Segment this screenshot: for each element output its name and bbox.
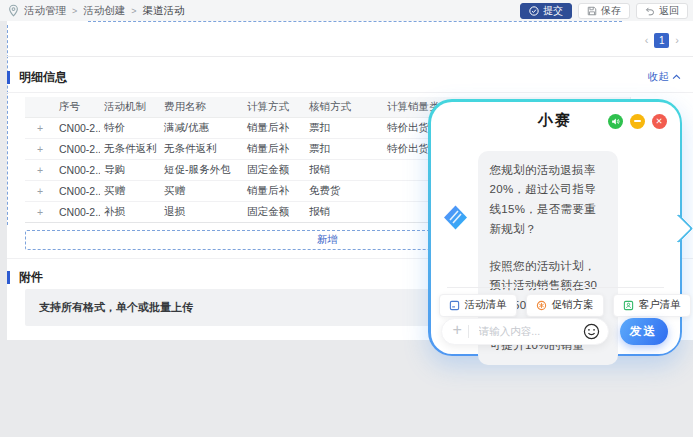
cell-writeoff: 免费货 [305,181,383,202]
quick-action-label: 促销方案 [552,298,594,312]
cell-writeoff: 票扣 [305,139,383,160]
row-expand-button[interactable]: + [25,118,55,139]
attach-plus-button[interactable]: + [453,321,462,339]
drop-indicator-line-left [7,25,8,225]
cell-expense: 买赠 [160,181,243,202]
cell-calc: 销量后补 [243,181,305,202]
speaker-icon [611,117,620,126]
minus-icon [634,120,641,122]
toolbar-actions: 提交 保存 返回 [520,3,688,19]
breadcrumb-item-activity-mgmt[interactable]: 活动管理 [24,4,66,18]
promo-badge-icon [536,300,547,311]
cell-mechanism: 买赠 [100,181,160,202]
collapse-label: 收起 [648,70,669,84]
row-expand-button[interactable]: + [25,139,55,160]
voice-button[interactable] [608,114,623,129]
minimize-button[interactable] [630,114,645,129]
quick-action-label: 客户清单 [639,298,681,312]
breadcrumb-separator: > [131,6,136,16]
submit-button[interactable]: 提交 [520,3,572,19]
attachment-section-title: 附件 [19,269,43,286]
col-header-calc: 计算方式 [243,97,305,118]
save-label: 保存 [601,4,621,18]
breadcrumb-item-channel-activity[interactable]: 渠道活动 [143,4,185,18]
quick-action-customer-list[interactable]: 客户清单 [613,294,691,317]
cell-calc: 销量后补 [243,139,305,160]
submit-label: 提交 [543,4,563,18]
prev-page-button[interactable]: ‹ [645,33,649,48]
row-expand-button[interactable]: + [25,202,55,223]
cell-seq: CN00-2... [55,202,100,223]
back-button[interactable]: 返回 [636,3,688,19]
window-controls: ✕ [608,114,667,129]
back-label: 返回 [659,4,679,18]
col-header-seq: 序号 [55,97,100,118]
breadcrumb: 活动管理 > 活动创建 > 渠道活动 [24,4,185,18]
breadcrumb-separator: > [72,6,77,16]
cell-expense: 无条件返利 [160,139,243,160]
cell-writeoff: 报销 [305,160,383,181]
close-icon: ✕ [655,117,662,126]
location-pin-icon [8,4,19,17]
assistant-header: 小赛 ✕ [431,102,680,140]
current-page-button[interactable]: 1 [654,33,669,48]
quick-actions: 活动清单 促销方案 客户清单 [439,294,691,317]
row-expand-button[interactable]: + [25,160,55,181]
section-accent-bar [7,271,10,284]
send-button[interactable]: 发送 [620,318,668,345]
col-header-writeoff: 核销方式 [305,97,383,118]
cell-expense: 退损 [160,202,243,223]
close-button[interactable]: ✕ [652,114,667,129]
cell-writeoff: 票扣 [305,118,383,139]
chevron-up-icon [672,74,681,80]
check-circle-icon [529,6,539,16]
cell-calc: 销量后补 [243,118,305,139]
cell-seq: CN00-2... [55,160,100,181]
cell-expense: 满减/优惠 [160,118,243,139]
cell-calc: 固定金额 [243,160,305,181]
breadcrumb-item-activity-create[interactable]: 活动创建 [83,4,125,18]
assistant-panel-body: 小赛 ✕ 您规划的活动退损 [431,102,680,354]
save-icon [587,6,597,16]
divider [447,287,664,288]
assistant-message-1: 您规划的活动退损率20%，超过公司指导线15%，是否需要重新规划？ [490,161,606,240]
customer-icon [623,300,634,311]
input-divider [468,325,469,338]
cell-mechanism: 无条件返利 [100,139,160,160]
assistant-avatar [442,204,469,231]
cell-seq: CN00-2... [55,181,100,202]
topbar: 活动管理 > 活动创建 > 渠道活动 提交 保存 [0,0,693,21]
section-accent-bar [7,71,10,84]
cell-expense: 短促-服务外包 [160,160,243,181]
divider [7,56,693,57]
message-input-pill: + [441,318,609,345]
smiley-icon [583,323,600,340]
cell-writeoff: 报销 [305,202,383,223]
drop-indicator-line [88,21,622,22]
cell-calc: 固定金额 [243,202,305,223]
detail-section-header: 明细信息 收起 [7,69,693,85]
emoji-button[interactable] [583,323,600,340]
cell-seq: CN00-2... [55,139,100,160]
collapse-link[interactable]: 收起 [648,70,681,84]
quick-action-promo-plan[interactable]: 促销方案 [526,294,604,317]
upload-hint: 支持所有格式，单个或批量上传 [39,300,193,315]
cell-mechanism: 导购 [100,160,160,181]
assistant-title: 小赛 [538,111,572,130]
cell-mechanism: 补损 [100,202,160,223]
cell-mechanism: 特价 [100,118,160,139]
expand-column-header [25,97,55,118]
next-page-button[interactable]: › [675,33,679,48]
save-button[interactable]: 保存 [578,3,630,19]
detail-section-title: 明细信息 [19,69,67,86]
pagination: ‹ 1 › [645,33,679,48]
add-row-label: 新增 [317,233,338,247]
divider [7,92,693,93]
message-input[interactable] [477,324,579,338]
col-header-expense: 费用名称 [160,97,243,118]
input-row: + 发送 [431,318,680,345]
app-screen: 活动管理 > 活动创建 > 渠道活动 提交 保存 [0,0,693,437]
quick-action-activity-list[interactable]: 活动清单 [439,294,517,317]
row-expand-button[interactable]: + [25,181,55,202]
col-header-mechanism: 活动机制 [100,97,160,118]
